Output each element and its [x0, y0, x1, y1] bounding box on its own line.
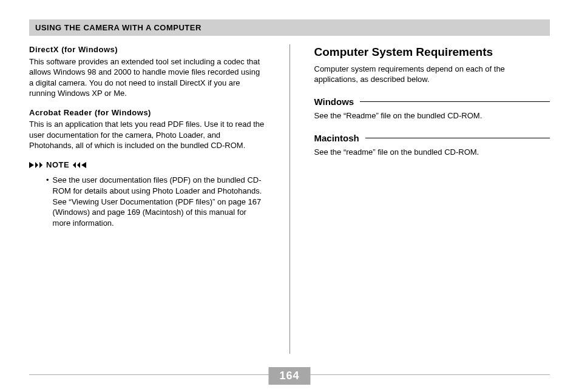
windows-heading: Windows: [314, 96, 354, 108]
directx-title: DirectX (for Windows): [29, 44, 265, 55]
page-number-badge: 164: [268, 367, 310, 385]
macintosh-text: See the “readme” file on the bundled CD-…: [314, 147, 550, 158]
acrobat-title: Acrobat Reader (for Windows): [29, 107, 265, 118]
macintosh-heading: Macintosh: [314, 132, 359, 144]
left-column: DirectX (for Windows) This software prov…: [29, 44, 265, 354]
bullet-icon: •: [46, 175, 49, 228]
requirements-heading: Computer System Requirements: [314, 44, 550, 60]
windows-text: See the “Readme” file on the bundled CD-…: [314, 110, 550, 121]
acrobat-text: This is an application that lets you rea…: [29, 119, 265, 151]
heading-rule: [365, 138, 550, 138]
macintosh-heading-row: Macintosh: [314, 132, 550, 144]
directx-text: This software provides an extended tool …: [29, 56, 265, 99]
manual-page: USING THE CAMERA WITH A COMPUTER DirectX…: [0, 0, 579, 392]
windows-heading-row: Windows: [314, 96, 550, 108]
note-body: • See the user documentation files (PDF)…: [46, 175, 265, 228]
note-label: NOTE: [46, 160, 69, 171]
page-footer: 164: [29, 371, 550, 375]
right-column: Computer System Requirements Computer sy…: [314, 44, 550, 354]
section-header: USING THE CAMERA WITH A COMPUTER: [29, 19, 550, 36]
column-divider: [290, 44, 290, 354]
acrobat-section: Acrobat Reader (for Windows) This is an …: [29, 107, 265, 151]
heading-rule: [360, 101, 550, 102]
directx-section: DirectX (for Windows) This software prov…: [29, 44, 265, 99]
note-item-text: See the user documentation files (PDF) o…: [53, 175, 265, 228]
two-column-body: DirectX (for Windows) This software prov…: [29, 44, 550, 354]
note-left-ornament-icon: [29, 162, 42, 168]
requirements-intro: Computer system requirements depend on e…: [314, 64, 550, 85]
note-right-ornament-icon: [73, 162, 86, 168]
note-header: NOTE: [29, 160, 265, 171]
